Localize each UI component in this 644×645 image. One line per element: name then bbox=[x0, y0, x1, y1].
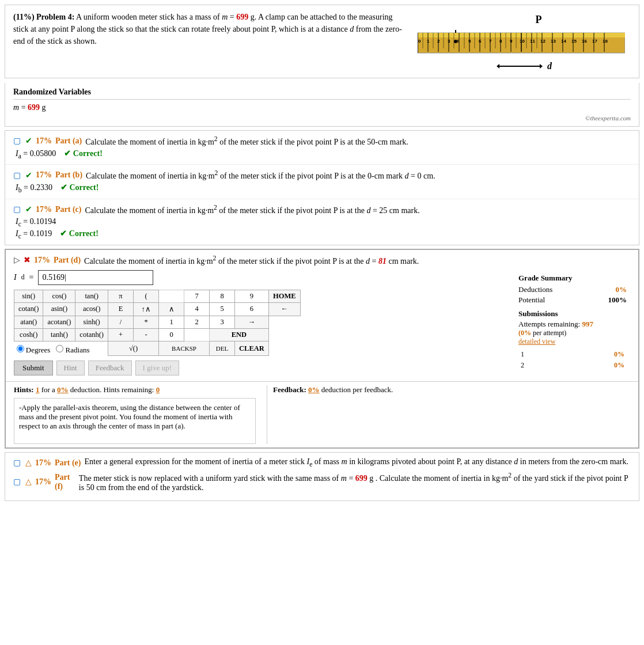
key-clear[interactable]: CLEAR bbox=[235, 341, 269, 356]
key-tanh[interactable]: tanh() bbox=[43, 328, 75, 341]
part-f-row: ▢ △ 17% Part (f) The meter stick is now … bbox=[13, 472, 631, 492]
key-backspace[interactable]: ← bbox=[268, 302, 300, 316]
part-c-label: Part (c) bbox=[55, 205, 81, 214]
key-4[interactable]: 4 bbox=[184, 302, 210, 316]
part-b-correct: ✔ Correct! bbox=[60, 183, 99, 192]
svg-text:13: 13 bbox=[551, 39, 556, 44]
feedback-section: Feedback: 0% deduction per feedback. bbox=[267, 385, 630, 444]
hint-button[interactable]: Hint bbox=[56, 361, 85, 375]
key-tan[interactable]: tan() bbox=[75, 290, 108, 302]
part-b-checkbox-icon[interactable]: ▢ bbox=[13, 170, 21, 180]
detailed-view-link[interactable]: detailed view bbox=[518, 337, 627, 346]
copyright: ©theexpertta.com bbox=[13, 115, 631, 122]
key-e[interactable]: E bbox=[108, 302, 134, 316]
key-sinh[interactable]: sinh() bbox=[75, 316, 108, 328]
hints-label: Hints: bbox=[14, 385, 36, 394]
potential-row: Potential 100% bbox=[518, 295, 627, 305]
part-a-label: Part (a) bbox=[55, 136, 82, 146]
part-c-percent: 17% bbox=[36, 205, 52, 214]
svg-text:2: 2 bbox=[437, 39, 440, 44]
part-b-percent: 17% bbox=[36, 170, 52, 180]
part-e-checkbox-icon[interactable]: ▢ bbox=[13, 458, 21, 468]
key-8[interactable]: 8 bbox=[210, 290, 235, 302]
ruler-container: 0 1 2 3 4 5 6 bbox=[418, 30, 625, 58]
part-c-header: ▢ ✔ 17% Part (c) Calculate the moment of… bbox=[13, 204, 631, 215]
key-2[interactable]: 2 bbox=[184, 316, 210, 328]
key-empty1[interactable] bbox=[159, 290, 184, 302]
keypad-row-3: atan() acotan() sinh() / * 1 2 3 → bbox=[14, 316, 301, 328]
degrees-label[interactable]: Degrees bbox=[17, 345, 51, 355]
hints-count[interactable]: 1 bbox=[36, 385, 40, 394]
key-sin[interactable]: sin() bbox=[14, 290, 43, 302]
submit-button[interactable]: Submit bbox=[14, 361, 53, 375]
svg-text:10: 10 bbox=[520, 39, 525, 44]
per-attempt: (0% per attempt) bbox=[518, 329, 627, 337]
part-d-content: Id = sin() cos() tan() π ( bbox=[6, 270, 638, 382]
svg-text:12: 12 bbox=[540, 39, 545, 44]
sub-2-score: 0% bbox=[554, 361, 626, 370]
part-e-row: ▢ △ 17% Part (e) Enter a general express… bbox=[13, 457, 631, 468]
key-home[interactable]: HOME bbox=[268, 290, 300, 302]
part-a-correct: ✔ Correct! bbox=[64, 149, 103, 158]
key-cos[interactable]: cos() bbox=[43, 290, 75, 302]
feedback-button[interactable]: Feedback bbox=[88, 361, 132, 375]
part-d-header: ▷ ✖ 17% Part (d) Calculate the moment of… bbox=[6, 250, 638, 270]
key-atan[interactable]: atan() bbox=[14, 316, 43, 328]
potential-value: 100% bbox=[608, 295, 627, 305]
svg-text:9: 9 bbox=[510, 39, 513, 44]
key-minus[interactable]: - bbox=[134, 328, 159, 341]
part-c-correct: ✔ Correct! bbox=[60, 229, 99, 238]
key-del[interactable]: DEL bbox=[210, 341, 235, 356]
part-f-mass: 699 bbox=[355, 474, 368, 483]
part-e-percent: 17% bbox=[35, 458, 51, 468]
problem-number: Problem 4: bbox=[36, 13, 74, 21]
key-asin[interactable]: asin() bbox=[43, 302, 75, 316]
part-f-warning-icon: △ bbox=[25, 477, 32, 487]
key-9[interactable]: 9 bbox=[235, 290, 269, 302]
degrees-radio[interactable] bbox=[17, 345, 24, 352]
svg-text:17: 17 bbox=[592, 39, 597, 44]
key-0[interactable]: 0 bbox=[159, 328, 184, 341]
key-6[interactable]: 6 bbox=[235, 302, 269, 316]
key-empty2[interactable] bbox=[184, 328, 210, 341]
svg-text:14: 14 bbox=[561, 39, 566, 44]
key-pi[interactable]: π bbox=[108, 290, 134, 302]
i-give-up-button[interactable]: I give up! bbox=[135, 361, 180, 375]
keypad-row-4: cosh() tanh() cotanh() + - 0 END bbox=[14, 328, 301, 341]
key-uparrow[interactable]: ↑∧ bbox=[134, 302, 159, 316]
problem-title: (11%) Problem 4: A uniform wooden meter … bbox=[13, 11, 405, 47]
key-end[interactable]: END bbox=[210, 328, 269, 341]
radians-label[interactable]: Radians bbox=[56, 345, 89, 355]
per-attempt-pct: (0% bbox=[518, 329, 531, 337]
key-plus[interactable]: + bbox=[108, 328, 134, 341]
part-a-checkbox-icon[interactable]: ▢ bbox=[13, 136, 21, 146]
radio-cell: Degrees Radians bbox=[14, 341, 108, 356]
key-divide[interactable]: / bbox=[108, 316, 134, 328]
key-7[interactable]: 7 bbox=[184, 290, 210, 302]
key-5[interactable]: 5 bbox=[210, 302, 235, 316]
problem-layout: (11%) Problem 4: A uniform wooden meter … bbox=[13, 11, 631, 72]
key-3[interactable]: 3 bbox=[210, 316, 235, 328]
key-backsp[interactable]: BACKSP bbox=[159, 341, 210, 356]
radio-row: Degrees Radians bbox=[17, 345, 106, 355]
key-multiply[interactable]: * bbox=[134, 316, 159, 328]
svg-marker-55 bbox=[497, 64, 499, 69]
answer-input[interactable] bbox=[38, 270, 153, 285]
hints-deduction-pct: 0% bbox=[57, 385, 69, 394]
key-cotanh[interactable]: cotanh() bbox=[75, 328, 108, 341]
radians-radio[interactable] bbox=[56, 345, 63, 352]
part-f-checkbox-icon[interactable]: ▢ bbox=[13, 477, 21, 487]
key-cotan[interactable]: cotan() bbox=[14, 302, 43, 316]
rand-vars-title: Randomized Variables bbox=[13, 88, 631, 100]
key-caret[interactable]: ∧ bbox=[159, 302, 184, 316]
key-sqrt[interactable]: √() bbox=[108, 341, 159, 356]
key-1[interactable]: 1 bbox=[159, 316, 184, 328]
key-acotan[interactable]: acotan() bbox=[43, 316, 75, 328]
problem-text: (11%) Problem 4: A uniform wooden meter … bbox=[13, 11, 405, 47]
part-c-checkbox-icon[interactable]: ▢ bbox=[13, 204, 21, 214]
key-rightarrow[interactable]: → bbox=[235, 316, 269, 328]
key-acos[interactable]: acos() bbox=[75, 302, 108, 316]
part-b-answer: Ib = 0.2330 ✔ Correct! bbox=[16, 183, 631, 194]
key-lparen[interactable]: ( bbox=[134, 290, 159, 302]
key-cosh[interactable]: cosh() bbox=[14, 328, 43, 341]
